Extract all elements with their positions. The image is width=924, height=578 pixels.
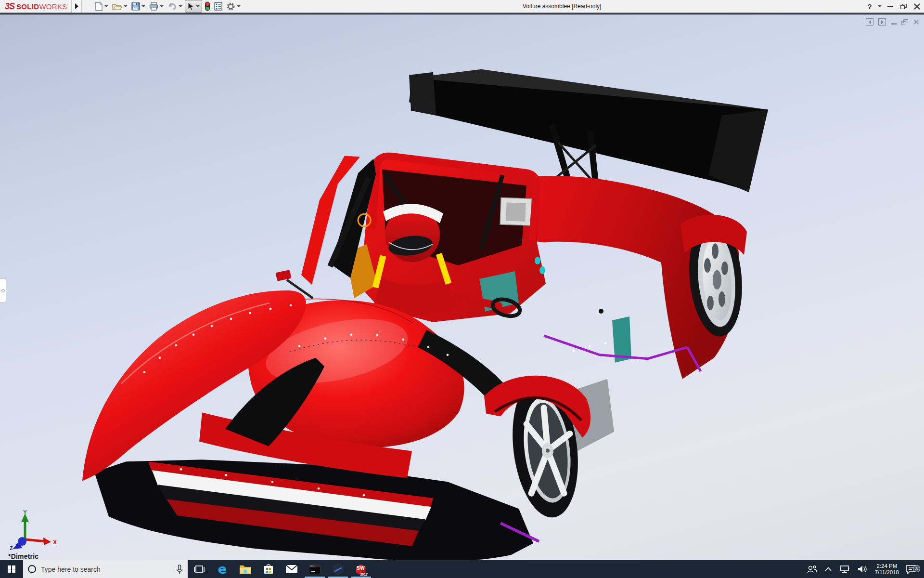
taskbar-app-store[interactable]: [257, 560, 280, 578]
help-label: ?: [867, 2, 872, 11]
minimize-icon: [887, 6, 893, 7]
windows-logo-icon: [8, 565, 15, 573]
print-button[interactable]: [148, 0, 165, 12]
menu-flyout-button[interactable]: [71, 0, 82, 13]
close-button[interactable]: [911, 1, 922, 12]
select-tool-button[interactable]: [185, 0, 202, 13]
options-dropdown-caret[interactable]: [237, 5, 241, 7]
people-button[interactable]: [803, 560, 821, 578]
taskbar-app-mail[interactable]: [280, 560, 303, 578]
taskbar-app-hexagon[interactable]: [326, 560, 349, 578]
notification-badge: 3: [913, 565, 920, 572]
solidworks-2017-icon: SW 2017: [355, 563, 367, 576]
brand-works: WORKS: [39, 2, 67, 11]
open-folder-icon: [112, 2, 122, 11]
people-icon: [807, 565, 817, 574]
orientation-triad[interactable]: Y X Z: [6, 510, 59, 551]
mail-icon: [285, 565, 298, 574]
restore-button[interactable]: [898, 1, 909, 12]
undo-arrow-icon: [167, 2, 177, 10]
save-dropdown-caret[interactable]: [141, 5, 145, 7]
save-floppy-icon: [131, 2, 140, 11]
new-document-icon: [95, 2, 103, 11]
undo-button[interactable]: [166, 0, 184, 12]
printer-icon: [149, 2, 158, 11]
close-icon: [914, 3, 920, 10]
task-view-button[interactable]: [188, 560, 211, 578]
taskbar-clock[interactable]: 2:24 PM 7/11/2018: [871, 563, 903, 576]
print-dropdown-caret[interactable]: [160, 5, 164, 7]
flyout-arrow-icon: [75, 3, 78, 9]
volume-button[interactable]: [854, 560, 871, 578]
graphics-viewport[interactable]: Y X Z *Dimetric: [0, 14, 924, 560]
sw-letters: SW: [357, 565, 365, 571]
window-title: Voiture assomblee [Read-only]: [523, 0, 601, 13]
microphone-icon[interactable]: [176, 565, 183, 574]
help-button[interactable]: ?: [864, 1, 875, 12]
windows-taskbar: e: [0, 560, 924, 578]
quick-toolbar: [93, 0, 242, 13]
speaker-icon: [858, 565, 867, 573]
restore-icon: [900, 4, 907, 9]
hexagon-app-icon: [332, 563, 344, 576]
solidworks-logo: 3S SOLID WORKS: [0, 1, 71, 12]
file-explorer-icon: [239, 564, 252, 574]
action-center-button[interactable]: 3: [903, 565, 921, 574]
taskbar-search[interactable]: [23, 560, 188, 578]
undo-dropdown-caret[interactable]: [179, 5, 182, 7]
command-prompt-icon: C:\: [309, 565, 321, 574]
race-car-model: [0, 14, 924, 560]
tray-time: 2:24 PM: [875, 563, 899, 569]
triad-z-label: Z: [10, 545, 13, 551]
triad-y-label: Y: [23, 510, 27, 516]
new-dropdown-caret[interactable]: [104, 5, 108, 7]
rebuild-button[interactable]: [203, 0, 212, 12]
taskbar-app-solidworks[interactable]: SW 2017: [349, 560, 372, 578]
cmd-title-text: C:\: [310, 565, 315, 568]
minimize-button[interactable]: [885, 1, 895, 12]
options-button[interactable]: [225, 0, 242, 12]
solidworks-screen: 3S SOLID WORKS: [0, 0, 924, 578]
view-orientation-label: *Dimetric: [8, 552, 38, 560]
air-intake-box: [500, 197, 532, 225]
open-document-button[interactable]: [111, 0, 129, 12]
new-document-button[interactable]: [93, 0, 110, 12]
tray-date: 7/11/2018: [875, 569, 899, 576]
microsoft-store-icon: [263, 564, 274, 575]
front-right-wheel: [484, 376, 590, 521]
file-properties-button[interactable]: [213, 0, 224, 12]
open-dropdown-caret[interactable]: [124, 5, 128, 7]
titlebar: 3S SOLID WORKS: [0, 0, 924, 13]
select-cursor-icon: [187, 2, 194, 11]
network-ethernet-icon: [839, 565, 850, 574]
system-tray: 2:24 PM 7/11/2018 3: [803, 560, 924, 578]
help-dropdown-caret[interactable]: [878, 5, 882, 7]
network-button[interactable]: [835, 560, 854, 578]
taskbar-app-command-prompt[interactable]: C:\: [303, 560, 326, 578]
save-button[interactable]: [130, 0, 147, 12]
taskbar-app-edge[interactable]: e: [211, 560, 234, 578]
search-input[interactable]: [41, 565, 171, 573]
gear-icon: [226, 2, 235, 11]
ds-logo-mark: 3S: [5, 1, 14, 12]
chevron-up-icon: [825, 567, 832, 571]
edge-icon: e: [218, 563, 227, 576]
window-controls: ?: [864, 0, 922, 13]
sw-year: 2017: [360, 573, 368, 576]
hidden-icons-button[interactable]: [821, 560, 835, 578]
triad-x-label: X: [53, 539, 57, 546]
start-button[interactable]: [0, 560, 23, 578]
taskbar-app-file-explorer[interactable]: [234, 560, 257, 578]
select-dropdown-caret[interactable]: [196, 5, 200, 7]
task-view-icon: [194, 565, 205, 574]
brand-solid: SOLID: [16, 2, 39, 11]
traffic-light-icon: [205, 1, 210, 11]
cortana-icon: [28, 565, 36, 573]
file-properties-icon: [214, 2, 222, 11]
